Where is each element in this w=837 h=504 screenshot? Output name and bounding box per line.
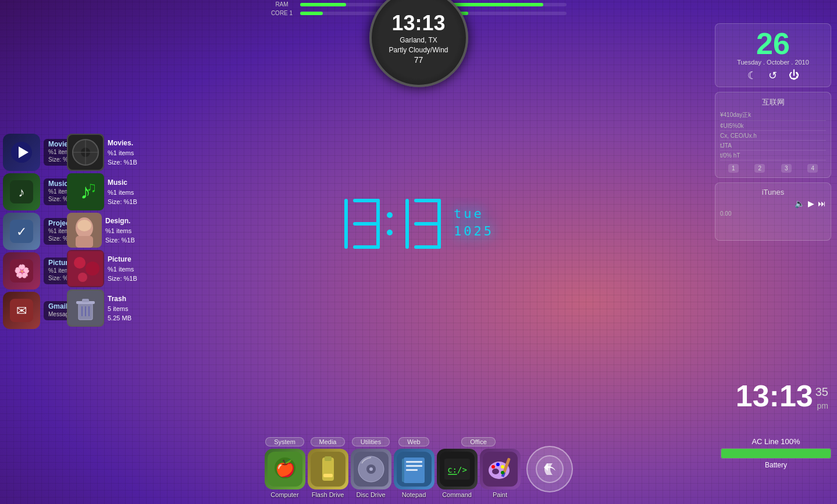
restart-button[interactable]: ↺ [768,69,777,82]
right-clock-ampm: pm [815,401,828,410]
dock-item-notepad[interactable]: Notepad [394,449,434,498]
paint-dock-icon[interactable] [480,449,521,489]
picture-exp-label: Picture %1 itemsSize: %1B [108,254,137,284]
svg-text:c:/>: c:/> [447,465,467,474]
itunes-progress: 0.00 [720,210,826,217]
picture-icon[interactable]: 🌸 [3,252,40,289]
net-tab-4[interactable]: 4 [807,164,818,173]
right-panel: 26 Tuesday . October . 2010 ☾ ↺ ⏻ 互联网 ¥4… [715,23,831,241]
svg-text:✓: ✓ [16,224,27,239]
trash-exp-label: Trash 5 items5.25 MB [108,294,131,323]
right-clock-secondary: 35 pm [815,381,828,410]
network-title: 互联网 [720,97,826,108]
ram-fill [300,3,346,6]
paint-dock-label: Paint [493,491,507,498]
network-tabs: 1 2 3 4 [720,164,826,173]
svg-point-41 [387,230,393,235]
computer-dock-label: Computer [270,491,298,498]
dock-item-computer[interactable]: 🍎 Computer [265,449,305,498]
picture-exp-icon[interactable] [67,250,104,287]
top-clock-time: 13:13 [391,11,445,35]
design-exp-icon[interactable] [67,213,102,248]
net-row: Cx, CEO/Ux.h [720,133,826,141]
list-item[interactable]: Movies. %1 itemsSize: %1B [67,134,137,171]
svg-rect-56 [325,456,332,461]
net-row: t/0% hT [720,152,826,160]
core1-label: CORE 1 [268,10,297,16]
music-icon[interactable]: ♪ [3,173,40,210]
svg-rect-64 [406,461,422,463]
svg-rect-65 [406,465,422,467]
dock-back-button[interactable] [526,446,573,492]
dock-item-command[interactable]: c:/> Command [437,449,478,498]
itunes-skip-button[interactable]: ⏭ [818,199,826,208]
net-tab-3[interactable]: 3 [781,164,792,173]
notepad-dock-icon[interactable] [394,449,434,489]
movies-icon[interactable] [3,134,40,171]
dock-section-web: Web Notepad [394,437,434,498]
svg-rect-66 [406,469,418,471]
movies-exp-icon[interactable] [67,134,104,171]
music-exp-label: Music %1 itemsSize: %1B [108,177,137,207]
itunes-time: 0.00 [720,210,731,217]
svg-point-61 [369,467,373,471]
shutdown-button[interactable]: ⏻ [789,69,799,82]
list-item[interactable]: Picture %1 itemsSize: %1B [67,250,137,287]
dock-icons-utilities: Disc Drive [351,449,391,498]
svg-rect-20 [76,236,93,248]
gmail-icon[interactable]: ✉ [3,292,40,329]
music-exp-icon[interactable]: ♪ ♫ [67,173,104,210]
net-tab-2[interactable]: 2 [754,164,765,173]
command-dock-icon[interactable]: c:/> [437,449,478,489]
svg-text:1025: 1025 [454,224,494,238]
flash-drive-dock-icon[interactable] [308,449,348,489]
dock-section-utilities-label: Utilities [352,437,390,446]
project-icon[interactable]: ✓ [3,213,40,250]
svg-point-21 [77,220,91,231]
svg-point-25 [78,273,87,282]
svg-point-77 [491,465,495,469]
svg-text:♪: ♪ [19,185,25,199]
itunes-volume-button[interactable]: 🔈 [795,199,804,208]
top-clock-circle: 13:13 Garland, TX Partly Cloudy/Wind 77 [369,0,468,87]
disc-drive-dock-icon[interactable] [351,449,391,489]
net-tab-1[interactable]: 1 [728,164,739,173]
list-item[interactable]: Trash 5 items5.25 MB [67,289,137,327]
computer-dock-icon[interactable]: 🍎 [265,449,305,489]
dock-item-paint[interactable]: Paint [480,449,521,498]
list-item[interactable]: ♪ ♫ Music %1 itemsSize: %1B [67,173,137,210]
list-item[interactable]: Design. %1 itemsSize: %1B [67,213,137,248]
flash-drive-dock-label: Flash Drive [312,491,344,498]
dock-item-disc-drive[interactable]: Disc Drive [351,449,391,498]
svg-text:♫: ♫ [86,179,97,195]
right-clock-seconds: 35 [815,385,828,399]
svg-point-79 [501,465,504,469]
trash-exp-icon[interactable] [67,289,104,327]
dock-section-office: Office c:/> Command [437,437,521,498]
design-exp-label: Design. %1 itemsSize: %1B [105,216,135,245]
dock-icons-media: Flash Drive [308,449,348,498]
date-full-text: Tuesday . October . 2010 [720,59,826,66]
dock-item-flash-drive[interactable]: Flash Drive [308,449,348,498]
svg-point-78 [496,463,500,466]
svg-text:🌸: 🌸 [14,263,30,279]
svg-rect-29 [82,299,89,302]
dock-section-system: System 🍎 Computer [265,437,305,498]
sleep-button[interactable]: ☾ [747,69,757,82]
svg-text:tue: tue [454,206,484,221]
itunes-next-button[interactable]: ▶ [808,199,814,208]
expanded-stacks: Movies. %1 itemsSize: %1B ♪ ♫ Music %1 i… [67,134,137,327]
dock-section-web-label: Web [398,437,429,446]
dock-section-utilities: Utilities Disc Drive [351,437,391,498]
svg-point-74 [492,469,499,474]
dock-icons-system: 🍎 Computer [265,449,305,498]
dock-section-office-label: Office [461,437,496,446]
dock-icons-web: Notepad [394,449,434,498]
top-clock-location: Garland, TX Partly Cloudy/Wind [389,35,448,55]
right-clock-display: 13:13 35 pm [736,381,828,411]
dock: System 🍎 Computer Media [0,428,837,504]
dock-section-system-label: System [265,437,304,446]
itunes-widget: iTunes 🔈 ▶ ⏭ 0.00 [715,183,831,241]
date-controls: ☾ ↺ ⏻ [720,69,826,82]
ram-label: RAM [268,1,297,8]
